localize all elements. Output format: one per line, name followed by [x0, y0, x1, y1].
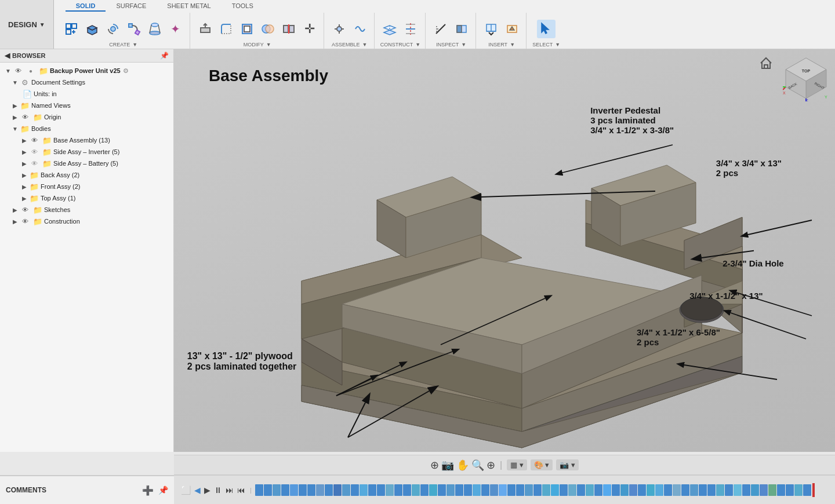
timeline-item[interactable]	[507, 484, 515, 496]
timeline-item[interactable]	[325, 484, 333, 496]
timeline-item[interactable]	[638, 484, 646, 496]
timeline-item[interactable]	[777, 484, 785, 496]
timeline-item[interactable]	[360, 484, 368, 496]
tree-eye-base[interactable]: 👁	[30, 136, 39, 145]
display-mode-icon[interactable]: ▦ ▾	[507, 459, 527, 470]
tree-arrow-named-views[interactable]: ▶	[12, 102, 19, 109]
timeline-item[interactable]	[455, 484, 463, 496]
timeline-item[interactable]	[794, 484, 803, 496]
timeline-item[interactable]	[690, 484, 698, 496]
comments-pin-icon[interactable]: 📌	[158, 485, 168, 495]
tree-item-named-views[interactable]: ▶ 📁 Named Views	[0, 100, 173, 111]
press-pull-icon[interactable]	[196, 20, 215, 38]
timeline-item[interactable]	[681, 484, 689, 496]
tree-item-units[interactable]: 📄 Units: in	[0, 88, 173, 100]
timeline-item[interactable]	[316, 484, 324, 496]
tree-eye-root[interactable]: 👁	[13, 66, 23, 75]
timeline-item[interactable]	[264, 484, 272, 496]
timeline-item[interactable]	[664, 484, 672, 496]
tree-eye-construction[interactable]: 👁	[20, 217, 30, 226]
more-create-icon[interactable]: ✦	[166, 20, 185, 38]
tree-item-side-inv[interactable]: ▶ 👁 📁 Side Assy – Inverter (5)	[0, 146, 173, 158]
pan-icon[interactable]: ✋	[456, 459, 469, 472]
design-button[interactable]: DESIGN ▼	[0, 0, 54, 49]
tree-item-sketches[interactable]: ▶ 👁 📁 Sketches	[0, 204, 173, 216]
tab-surface[interactable]: SURFACE	[106, 1, 157, 12]
timeline-item[interactable]	[299, 484, 307, 496]
split-icon[interactable]	[279, 20, 298, 38]
zoom-fit-icon[interactable]: ⊕	[487, 459, 495, 472]
timeline-item[interactable]	[551, 484, 559, 496]
tree-item-base-assy[interactable]: ▶ 👁 📁 Base Assembly (13)	[0, 134, 173, 146]
timeline-item[interactable]	[473, 484, 481, 496]
timeline-item[interactable]	[342, 484, 350, 496]
timeline-item[interactable]	[803, 484, 811, 496]
timeline-item[interactable]	[786, 484, 794, 496]
extrude-icon[interactable]	[83, 20, 101, 38]
timeline-item[interactable]	[594, 484, 602, 496]
home-button[interactable]	[758, 55, 774, 71]
tree-item-side-bat[interactable]: ▶ 👁 📁 Side Assy – Battery (5)	[0, 158, 173, 169]
timeline-item[interactable]	[673, 484, 681, 496]
move-icon[interactable]: ✛	[300, 20, 319, 38]
midplane-icon[interactable]	[401, 20, 420, 38]
timeline-item[interactable]	[429, 484, 437, 496]
tab-solid[interactable]: SOLID	[66, 1, 106, 12]
tree-arrow-side-inv[interactable]: ▶	[21, 148, 28, 155]
tree-item-back[interactable]: ▶ 📁 Back Assy (2)	[0, 169, 173, 181]
tree-arrow-side-bat[interactable]: ▶	[21, 160, 28, 167]
timeline-item[interactable]	[655, 484, 663, 496]
status-icon-6[interactable]: ⏮	[236, 485, 246, 495]
combine-icon[interactable]	[259, 20, 277, 38]
revolve-icon[interactable]	[104, 20, 122, 38]
tree-arrow-sketches[interactable]: ▶	[12, 206, 19, 213]
timeline-item[interactable]	[560, 484, 568, 496]
timeline-item[interactable]	[386, 484, 394, 496]
timeline-item[interactable]	[760, 484, 768, 496]
timeline-item[interactable]	[577, 484, 585, 496]
nav-cube[interactable]: TOP RIGHT BACK X Y Z	[783, 55, 829, 101]
tree-arrow-base[interactable]: ▶	[21, 137, 28, 144]
timeline-item[interactable]	[403, 484, 411, 496]
browser-pin-icon[interactable]: 📌	[160, 52, 169, 60]
status-icon-1[interactable]: ⬜	[180, 485, 192, 495]
timeline-item[interactable]	[647, 484, 655, 496]
timeline-item[interactable]	[603, 484, 611, 496]
render-icon[interactable]: 📷 ▾	[556, 459, 579, 470]
joint-icon[interactable]	[330, 20, 348, 38]
tree-item-front[interactable]: ▶ 📁 Front Assy (2)	[0, 181, 173, 192]
timeline-item[interactable]	[612, 484, 620, 496]
insert-mesh-icon[interactable]	[482, 20, 500, 38]
tree-item-origin[interactable]: ▶ 👁 📁 Origin	[0, 111, 173, 123]
status-icon-4[interactable]: ⏸	[213, 485, 223, 495]
motion-link-icon[interactable]	[351, 20, 369, 38]
zoom-icon[interactable]: 🔍	[471, 459, 484, 472]
timeline-item[interactable]	[629, 484, 637, 496]
tree-arrow-doc[interactable]: ▼	[12, 79, 19, 86]
shell-icon[interactable]	[238, 20, 256, 38]
timeline-item[interactable]	[394, 484, 402, 496]
timeline-item[interactable]	[481, 484, 489, 496]
tree-arrow-back[interactable]: ▶	[21, 171, 28, 178]
status-icon-3[interactable]: ▶	[203, 485, 212, 495]
tree-item-bodies[interactable]: ▼ 📁 Bodies	[0, 123, 173, 134]
section-analysis-icon[interactable]	[452, 20, 471, 38]
timeline-item[interactable]	[707, 484, 716, 496]
orbit-icon[interactable]: ⊕	[430, 459, 439, 472]
timeline-item[interactable]	[516, 484, 524, 496]
status-icon-2[interactable]: ◀	[193, 485, 202, 495]
timeline-item[interactable]	[290, 484, 298, 496]
timeline-item[interactable]	[420, 484, 429, 496]
timeline-item[interactable]	[533, 484, 542, 496]
timeline-item[interactable]	[620, 484, 629, 496]
timeline-item[interactable]	[368, 484, 376, 496]
tree-arrow-top[interactable]: ▶	[21, 195, 28, 202]
timeline-item[interactable]	[742, 484, 750, 496]
timeline-item[interactable]	[333, 484, 342, 496]
timeline-item[interactable]	[464, 484, 472, 496]
tree-arrow-bodies[interactable]: ▼	[12, 125, 19, 132]
decal-icon[interactable]	[503, 20, 521, 38]
tree-item-root[interactable]: ▼ 👁 ● 📁 Backup Power Unit v25 ⚙	[0, 65, 173, 76]
tab-tools[interactable]: TOOLS	[222, 1, 264, 12]
timeline-item[interactable]	[768, 484, 776, 496]
